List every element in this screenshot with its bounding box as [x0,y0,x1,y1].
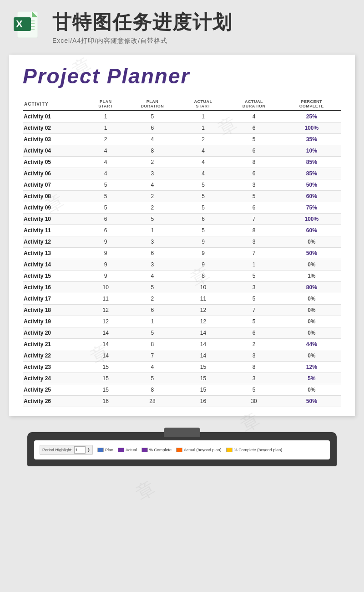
table-row: Activity 10 6 5 6 7 100% [23,214,341,225]
cell-plan-start: 15 [87,373,124,384]
cell-plan-duration: 3 [124,259,180,270]
cell-activity-name: Activity 06 [23,168,87,179]
cell-plan-duration: 6 [124,122,180,134]
cell-plan-start: 1 [87,111,124,122]
cell-percent-complete: 1% [282,270,341,282]
cell-plan-duration: 6 [124,248,180,259]
cell-plan-duration: 4 [124,362,180,373]
cell-actual-start: 1 [181,122,226,134]
cell-actual-duration: 1 [226,259,282,270]
cell-activity-name: Activity 08 [23,191,87,202]
cell-actual-duration: 5 [226,134,282,145]
cell-plan-start: 6 [87,214,124,225]
cell-activity-name: Activity 02 [23,122,87,134]
cell-actual-duration: 5 [226,191,282,202]
cell-actual-start: 2 [181,134,226,145]
period-highlight-input[interactable] [74,446,86,454]
cell-actual-duration: 3 [226,282,282,293]
cell-activity-name: Activity 04 [23,145,87,157]
table-row: Activity 09 5 2 5 6 75% [23,202,341,214]
cell-actual-start: 4 [181,145,226,157]
cell-percent-complete: 0% [282,236,341,248]
period-highlight-label: Period Highlight: [42,448,72,452]
cell-plan-duration: 5 [124,111,180,122]
legend-plan: Plan [97,448,113,452]
col-percent-complete: PERCENTCOMPLETE [282,97,341,111]
cell-actual-duration: 8 [226,157,282,168]
cell-actual-duration: 2 [226,339,282,350]
cell-activity-name: Activity 23 [23,362,87,373]
table-row: Activity 21 14 8 14 2 44% [23,339,341,350]
cell-activity-name: Activity 18 [23,305,87,316]
table-row: Activity 23 15 4 15 8 12% [23,362,341,373]
cell-actual-start: 5 [181,225,226,236]
cell-activity-name: Activity 26 [23,396,87,407]
cell-actual-duration: 7 [226,248,282,259]
svg-text:X: X [16,18,23,30]
cell-percent-complete: 25% [282,111,341,122]
cell-plan-start: 10 [87,282,124,293]
cell-plan-duration: 3 [124,168,180,179]
cell-activity-name: Activity 05 [23,157,87,168]
cell-activity-name: Activity 15 [23,270,87,282]
cell-actual-duration: 4 [226,111,282,122]
table-row: Activity 07 5 4 5 3 50% [23,179,341,191]
cell-plan-start: 9 [87,248,124,259]
cell-plan-duration: 5 [124,373,180,384]
cell-plan-duration: 1 [124,225,180,236]
table-row: Activity 15 9 4 8 5 1% [23,270,341,282]
cell-plan-duration: 6 [124,305,180,316]
cell-percent-complete: 0% [282,327,341,339]
clipboard-clip [164,428,200,437]
cell-plan-start: 14 [87,339,124,350]
clipboard-section: Period Highlight: ▲▼ Plan Actual % Compl… [0,425,364,473]
cell-plan-start: 9 [87,270,124,282]
cell-actual-duration: 6 [226,145,282,157]
cell-activity-name: Activity 19 [23,316,87,327]
cell-activity-name: Activity 03 [23,134,87,145]
cell-activity-name: Activity 09 [23,202,87,214]
cell-actual-duration: 5 [226,384,282,396]
cell-plan-duration: 8 [124,145,180,157]
project-planner-title: Project Planner [23,64,341,88]
cell-plan-start: 4 [87,168,124,179]
table-row: Activity 14 9 3 9 1 0% [23,259,341,270]
legend-actual-color [118,448,124,452]
legend-actual-beyond-label: Actual (beyond plan) [184,448,222,452]
cell-percent-complete: 0% [282,305,341,316]
cell-percent-complete: 44% [282,339,341,350]
table-row: Activity 05 4 2 4 8 85% [23,157,341,168]
cell-actual-start: 16 [181,396,226,407]
cell-plan-duration: 2 [124,202,180,214]
cell-actual-start: 15 [181,373,226,384]
cell-actual-start: 6 [181,214,226,225]
cell-plan-start: 5 [87,191,124,202]
legend-actual: Actual [118,448,137,452]
table-row: Activity 16 10 5 10 3 80% [23,282,341,293]
cell-plan-duration: 8 [124,339,180,350]
cell-actual-start: 12 [181,305,226,316]
table-row: Activity 22 14 7 14 3 0% [23,350,341,362]
clipboard-inner: Period Highlight: ▲▼ Plan Actual % Compl… [34,440,330,459]
legend-actual-beyond: Actual (beyond plan) [176,448,222,452]
table-row: Activity 17 11 2 11 5 0% [23,293,341,305]
table-row: Activity 08 5 2 5 5 60% [23,191,341,202]
cell-plan-start: 2 [87,134,124,145]
stepper-arrows[interactable]: ▲▼ [87,447,90,453]
table-row: Activity 03 2 4 2 5 35% [23,134,341,145]
cell-actual-start: 4 [181,157,226,168]
cell-plan-duration: 4 [124,270,180,282]
cell-actual-duration: 6 [226,168,282,179]
cell-actual-start: 14 [181,350,226,362]
cell-plan-start: 1 [87,122,124,134]
cell-percent-complete: 60% [282,191,341,202]
cell-percent-complete: 100% [282,214,341,225]
header-section: X 甘特图任务进度计划 Excel/A4打印/内容随意修改/自带格式 [0,0,364,52]
cell-activity-name: Activity 07 [23,179,87,191]
cell-plan-start: 11 [87,293,124,305]
cell-actual-start: 14 [181,327,226,339]
cell-percent-complete: 50% [282,396,341,407]
cell-actual-duration: 3 [226,236,282,248]
cell-actual-duration: 30 [226,396,282,407]
cell-activity-name: Activity 21 [23,339,87,350]
